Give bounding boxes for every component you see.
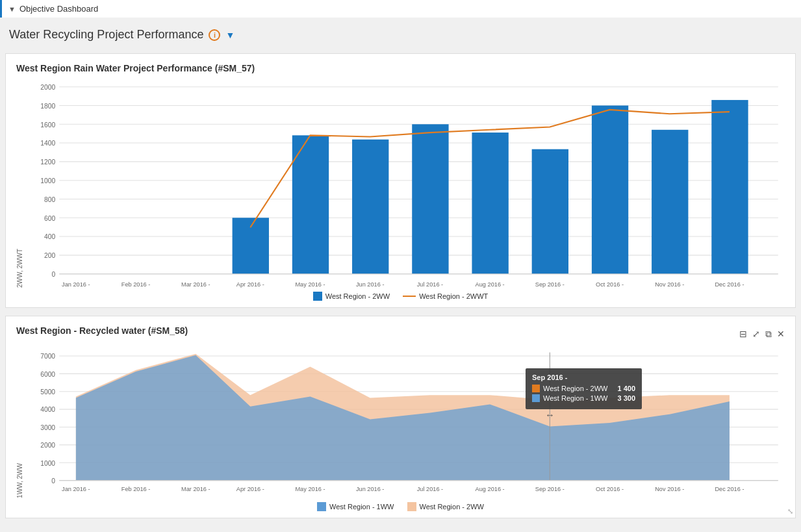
- legend-swatch-2wwt: [403, 296, 416, 297]
- page-header: Water Recycling Project Performance i ▼: [0, 23, 801, 47]
- bar-dec: [711, 100, 748, 274]
- svg-text:1200: 1200: [40, 158, 55, 166]
- chart2-actions: ⊟ ⤢ ⧉ ✕: [739, 329, 785, 340]
- svg-text:800: 800: [44, 196, 55, 203]
- bar-sep: [532, 149, 568, 274]
- svg-text:200: 200: [44, 252, 55, 259]
- chart1-svg: 0 200 400 600 800 1000 1200 1400 1600 18…: [26, 80, 785, 288]
- chart2-title: West Region - Recycled water (#SM_58): [16, 325, 188, 336]
- chart2-legend: West Region - 1WW West Region - 2WW: [16, 502, 785, 511]
- legend-item-2wwt: West Region - 2WWT: [403, 292, 488, 301]
- bar-jun: [352, 140, 388, 274]
- svg-text:Sep 2016 -: Sep 2016 -: [535, 485, 565, 492]
- info-icon[interactable]: i: [209, 29, 220, 41]
- action-copy[interactable]: ⧉: [765, 329, 772, 340]
- svg-text:Jul 2016 -: Jul 2016 -: [417, 281, 443, 288]
- svg-text:0: 0: [51, 271, 55, 278]
- chart1-legend: West Region - 2WW West Region - 2WWT: [16, 292, 785, 301]
- chart2-area: 1WW, 2WW 0 1000: [16, 349, 785, 511]
- svg-text:Nov 2016 -: Nov 2016 -: [655, 281, 684, 288]
- svg-text:Dec 2016 -: Dec 2016 -: [715, 485, 744, 492]
- chart1-y-label: 2WW, 2WWT: [16, 249, 23, 288]
- chart1-title: West Region Rain Water Project Performan…: [16, 63, 785, 73]
- svg-text:Jan 2016 -: Jan 2016 -: [62, 281, 90, 288]
- svg-text:May 2016 -: May 2016 -: [295, 485, 325, 492]
- resize-icon[interactable]: ⤡: [787, 507, 793, 516]
- legend-swatch-2ww: [313, 292, 322, 301]
- bar-nov: [652, 130, 688, 274]
- svg-text:4000: 4000: [40, 405, 55, 413]
- svg-text:1800: 1800: [40, 103, 55, 110]
- svg-text:2000: 2000: [40, 84, 55, 91]
- svg-text:Mar 2016 -: Mar 2016 -: [181, 485, 210, 492]
- chart1-area: 2WW, 2WWT: [16, 80, 785, 301]
- legend-label-2ww-area: West Region - 2WW: [420, 503, 484, 511]
- svg-text:Apr 2016 -: Apr 2016 -: [236, 485, 264, 492]
- legend-item-1ww: West Region - 1WW: [317, 502, 394, 511]
- legend-swatch-1ww: [317, 502, 326, 511]
- svg-text:7000: 7000: [40, 352, 55, 360]
- svg-text:Jun 2016 -: Jun 2016 -: [356, 281, 385, 288]
- chart1-inner: 0 200 400 600 800 1000 1200 1400 1600 18…: [26, 80, 785, 288]
- breadcrumb-label: Objective Dashboard: [19, 4, 98, 14]
- svg-text:Dec 2016 -: Dec 2016 -: [715, 281, 744, 288]
- legend-label-1ww: West Region - 1WW: [329, 503, 394, 511]
- bar-oct: [592, 105, 628, 273]
- svg-text:Aug 2016 -: Aug 2016 -: [476, 281, 505, 288]
- main-container: ▼ Objective Dashboard Water Recycling Pr…: [0, 0, 801, 532]
- svg-text:Sep 2016 -: Sep 2016 -: [535, 281, 565, 288]
- svg-text:Aug 2016 -: Aug 2016 -: [476, 485, 505, 492]
- svg-text:Jun 2016 -: Jun 2016 -: [356, 485, 385, 492]
- bar-jul: [412, 124, 448, 273]
- legend-item-2ww-area: West Region - 2WW: [407, 502, 484, 511]
- svg-text:Nov 2016 -: Nov 2016 -: [655, 485, 684, 492]
- svg-text:1600: 1600: [40, 121, 55, 128]
- chart2-header: West Region - Recycled water (#SM_58) ⊟ …: [16, 325, 785, 342]
- svg-text:Oct 2016 -: Oct 2016 -: [596, 485, 624, 492]
- svg-text:400: 400: [44, 233, 55, 240]
- action-minimize[interactable]: ⊟: [739, 329, 747, 340]
- legend-swatch-2ww-area: [407, 502, 416, 511]
- chevron-icon: ▼: [8, 5, 16, 13]
- filter-icon[interactable]: ▼: [225, 30, 235, 40]
- action-expand[interactable]: ⤢: [752, 329, 760, 340]
- svg-text:1000: 1000: [40, 177, 55, 184]
- svg-text:Feb 2016 -: Feb 2016 -: [121, 485, 151, 492]
- svg-text:3000: 3000: [40, 424, 55, 431]
- action-close[interactable]: ✕: [777, 329, 785, 340]
- svg-text:Jan 2016 -: Jan 2016 -: [62, 485, 90, 492]
- legend-label-2ww: West Region - 2WW: [325, 292, 390, 300]
- chart2-svg: 0 1000 2000 3000 4000 5000 6000 7000: [26, 349, 785, 498]
- svg-text:May 2016 -: May 2016 -: [295, 281, 325, 288]
- chart2-inner: 0 1000 2000 3000 4000 5000 6000 7000: [26, 349, 785, 498]
- svg-text:2000: 2000: [40, 441, 55, 449]
- svg-text:Oct 2016 -: Oct 2016 -: [596, 281, 624, 288]
- bar-may: [292, 135, 329, 273]
- svg-text:Jul 2016 -: Jul 2016 -: [417, 485, 443, 492]
- breadcrumb-bar: ▼ Objective Dashboard: [0, 0, 801, 18]
- bar-aug: [472, 133, 508, 274]
- svg-text:↔: ↔: [545, 410, 554, 421]
- legend-label-2wwt: West Region - 2WWT: [419, 292, 488, 300]
- svg-text:1000: 1000: [40, 459, 55, 466]
- svg-text:Feb 2016 -: Feb 2016 -: [121, 281, 151, 288]
- svg-text:5000: 5000: [40, 388, 55, 396]
- svg-text:Mar 2016 -: Mar 2016 -: [181, 281, 210, 288]
- svg-text:1400: 1400: [40, 140, 55, 147]
- svg-text:6000: 6000: [40, 370, 55, 377]
- svg-text:600: 600: [44, 214, 55, 222]
- chart2-y-label: 1WW, 2WW: [16, 463, 23, 498]
- chart2-panel: West Region - Recycled water (#SM_58) ⊟ …: [5, 316, 796, 518]
- page-title: Water Recycling Project Performance: [9, 28, 203, 42]
- svg-text:0: 0: [51, 477, 55, 485]
- legend-item-2ww: West Region - 2WW: [313, 292, 390, 301]
- svg-text:Apr 2016 -: Apr 2016 -: [236, 281, 264, 288]
- chart1-panel: West Region Rain Water Project Performan…: [5, 53, 796, 308]
